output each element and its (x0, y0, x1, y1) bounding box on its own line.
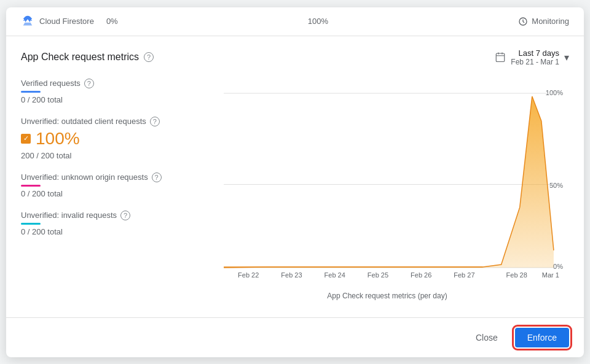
svg-text:Feb 23: Feb 23 (281, 271, 302, 279)
metric-invalid-line (21, 223, 41, 225)
svg-text:Feb 22: Feb 22 (238, 271, 259, 279)
app-check-dialog: Cloud Firestore 0% 100% Monitoring App C… (6, 7, 584, 357)
section-title: App Check request metrics (21, 52, 139, 63)
metric-verified-value: 0 / 200 total (21, 95, 193, 104)
chart-svg: 100% 50% 0% (205, 79, 569, 287)
monitoring-label: Monitoring (532, 17, 569, 26)
chart-area-fill (224, 96, 554, 268)
svg-text:Feb 25: Feb 25 (368, 271, 388, 279)
date-range-text: Last 7 days Feb 21 - Mar 1 (511, 48, 559, 66)
metric-outdated-percent: 100% (36, 129, 80, 149)
svg-text:100%: 100% (546, 89, 563, 96)
main-area: Verified requests ? 0 / 200 total Unveri… (21, 79, 569, 300)
metric-outdated: Unverified: outdated client requests ? 1… (21, 117, 193, 160)
svg-text:Mar 1: Mar 1 (542, 271, 559, 279)
svg-text:Feb 26: Feb 26 (411, 271, 431, 279)
metric-unknown-label: Unverified: unknown origin requests ? (21, 172, 193, 182)
metric-unknown-line (21, 185, 41, 187)
metric-invalid-value: 0 / 200 total (21, 227, 193, 236)
chart-area: 100% 50% 0% (205, 79, 569, 300)
monitoring-item: Monitoring (518, 17, 569, 26)
section-header: App Check request metrics ? Last 7 days … (21, 48, 569, 66)
metric-verified: Verified requests ? 0 / 200 total (21, 79, 193, 104)
date-range-label: Last 7 days (511, 48, 559, 58)
metric-outdated-checkbox[interactable] (21, 134, 31, 144)
metric-invalid: Unverified: invalid requests ? 0 / 200 t… (21, 211, 193, 236)
chart-line (224, 96, 554, 268)
progress-area: 0% 100% Monitoring (106, 17, 569, 26)
metric-unknown-help[interactable]: ? (152, 172, 162, 182)
section-title-group: App Check request metrics ? (21, 52, 154, 63)
svg-text:Feb 28: Feb 28 (506, 271, 527, 279)
help-icon[interactable]: ? (144, 52, 154, 62)
clock-icon (518, 17, 528, 26)
svg-text:Feb 27: Feb 27 (454, 271, 474, 279)
firestore-icon (21, 15, 34, 28)
metric-outdated-help[interactable]: ? (150, 117, 160, 126)
metric-invalid-label: Unverified: invalid requests ? (21, 211, 193, 220)
chart-container: 100% 50% 0% (205, 79, 569, 287)
metric-verified-help[interactable]: ? (84, 79, 94, 88)
svg-rect-1 (497, 53, 505, 62)
top-bar: Cloud Firestore 0% 100% Monitoring (6, 7, 584, 36)
service-label: Cloud Firestore (39, 17, 94, 26)
progress-0: 0% (106, 17, 118, 26)
service-item: Cloud Firestore (21, 15, 94, 28)
metric-invalid-help[interactable]: ? (120, 211, 130, 220)
metric-unknown: Unverified: unknown origin requests ? 0 … (21, 172, 193, 198)
svg-text:50%: 50% (549, 181, 563, 188)
metric-verified-label: Verified requests ? (21, 79, 193, 88)
dialog-content: App Check request metrics ? Last 7 days … (6, 36, 584, 312)
metric-unknown-value: 0 / 200 total (21, 189, 193, 198)
date-range-picker[interactable]: Last 7 days Feb 21 - Mar 1 ▾ (495, 48, 569, 66)
metric-verified-line (21, 91, 41, 93)
metric-outdated-label: Unverified: outdated client requests ? (21, 117, 193, 126)
metric-outdated-value: 200 / 200 total (21, 151, 193, 160)
dialog-footer: Close Enforce (6, 317, 584, 357)
chevron-down-icon: ▾ (564, 52, 569, 63)
metric-outdated-big: 100% (21, 129, 193, 149)
calendar-icon (495, 52, 506, 63)
progress-100: 100% (308, 17, 328, 26)
close-button[interactable]: Close (466, 328, 508, 347)
enforce-button[interactable]: Enforce (515, 328, 569, 347)
svg-text:0%: 0% (553, 262, 563, 269)
chart-x-label: App Check request metrics (per day) (205, 292, 569, 300)
date-range-sublabel: Feb 21 - Mar 1 (511, 58, 559, 66)
svg-text:Feb 24: Feb 24 (324, 271, 345, 279)
metrics-panel: Verified requests ? 0 / 200 total Unveri… (21, 79, 205, 300)
